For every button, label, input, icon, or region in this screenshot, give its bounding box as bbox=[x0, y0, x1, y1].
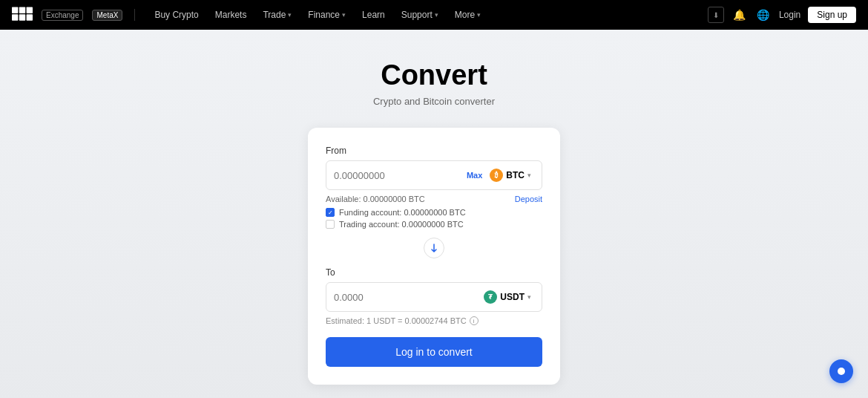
trading-account-option[interactable]: Trading account: 0.00000000 BTC bbox=[326, 220, 542, 229]
swap-icon bbox=[429, 243, 439, 253]
login-to-convert-button[interactable]: Log in to convert bbox=[326, 337, 542, 367]
page-title: Convert bbox=[381, 59, 487, 91]
usdt-icon: ₮ bbox=[484, 290, 497, 304]
convert-card: From Max ₿ BTC ▾ Available: 0.00000000 B… bbox=[308, 128, 560, 385]
exchange-badge[interactable]: Exchange bbox=[42, 10, 83, 21]
estimated-text: Estimated: 1 USDT = 0.00002744 BTC i bbox=[326, 316, 542, 325]
nav-more[interactable]: More ▾ bbox=[447, 7, 488, 23]
support-chevron-icon: ▾ bbox=[435, 11, 438, 19]
login-link[interactable]: Login bbox=[779, 10, 800, 20]
trading-account-text: Trading account: 0.00000000 BTC bbox=[339, 220, 464, 229]
svg-rect-5 bbox=[27, 14, 33, 20]
page-subtitle: Crypto and Bitcoin converter bbox=[373, 96, 495, 107]
navbar: Exchange MetaX Buy Crypto Markets Trade … bbox=[0, 0, 868, 30]
available-row: Available: 0.00000000 BTC Deposit bbox=[326, 195, 542, 203]
btc-icon: ₿ bbox=[490, 169, 503, 182]
globe-icon[interactable]: 🌐 bbox=[755, 7, 772, 23]
signup-button[interactable]: Sign up bbox=[808, 7, 856, 23]
logo-box[interactable] bbox=[12, 7, 33, 23]
bell-icon[interactable]: 🔔 bbox=[731, 7, 748, 23]
fab-icon bbox=[838, 368, 845, 375]
nav-right: ⬇ 🔔 🌐 Login Sign up bbox=[708, 7, 856, 23]
funding-account-option[interactable]: ✓ Funding account: 0.00000000 BTC bbox=[326, 208, 542, 217]
nav-learn[interactable]: Learn bbox=[355, 7, 392, 23]
from-input-row: Max ₿ BTC ▾ bbox=[326, 160, 542, 190]
funding-account-text: Funding account: 0.00000000 BTC bbox=[339, 208, 466, 217]
swap-button[interactable] bbox=[424, 238, 444, 258]
to-input[interactable] bbox=[334, 292, 476, 303]
deposit-link[interactable]: Deposit bbox=[515, 195, 542, 203]
svg-rect-1 bbox=[19, 7, 25, 13]
trade-chevron-icon: ▾ bbox=[288, 11, 292, 19]
nav-markets[interactable]: Markets bbox=[208, 7, 254, 23]
fab-button[interactable] bbox=[829, 359, 853, 383]
trading-checkbox[interactable] bbox=[326, 220, 335, 229]
account-options: ✓ Funding account: 0.00000000 BTC Tradin… bbox=[326, 208, 542, 229]
svg-rect-3 bbox=[12, 14, 18, 20]
info-icon[interactable]: i bbox=[470, 316, 479, 325]
usdt-chevron-icon: ▾ bbox=[527, 293, 531, 301]
nav-buy-crypto[interactable]: Buy Crypto bbox=[147, 7, 206, 23]
to-label: To bbox=[326, 267, 542, 278]
usdt-token-selector[interactable]: ₮ USDT ▾ bbox=[481, 289, 534, 305]
nav-links: Buy Crypto Markets Trade ▾ Finance ▾ Lea… bbox=[147, 7, 699, 23]
from-label: From bbox=[326, 146, 542, 156]
nav-trade[interactable]: Trade ▾ bbox=[255, 7, 299, 23]
download-icon[interactable]: ⬇ bbox=[708, 7, 724, 23]
to-input-row: ₮ USDT ▾ bbox=[326, 282, 542, 312]
nav-divider bbox=[134, 9, 135, 21]
nav-support[interactable]: Support ▾ bbox=[394, 7, 446, 23]
from-input[interactable] bbox=[334, 170, 462, 181]
more-chevron-icon: ▾ bbox=[477, 11, 481, 19]
usdt-token-name: USDT bbox=[500, 292, 525, 302]
svg-rect-0 bbox=[12, 7, 18, 13]
funding-checkbox[interactable]: ✓ bbox=[326, 208, 335, 217]
nav-icons: ⬇ 🔔 🌐 bbox=[708, 7, 772, 23]
max-button[interactable]: Max bbox=[467, 171, 482, 180]
btc-token-name: BTC bbox=[506, 170, 525, 180]
btc-token-selector[interactable]: ₿ BTC ▾ bbox=[487, 167, 534, 183]
svg-rect-2 bbox=[27, 7, 33, 13]
finance-chevron-icon: ▾ bbox=[342, 11, 346, 19]
available-text: Available: 0.00000000 BTC bbox=[326, 195, 425, 203]
nav-finance[interactable]: Finance ▾ bbox=[300, 7, 353, 23]
btc-chevron-icon: ▾ bbox=[527, 172, 531, 179]
svg-rect-4 bbox=[19, 14, 25, 20]
okx-logo-icon bbox=[12, 7, 33, 23]
swap-btn-row bbox=[326, 238, 542, 258]
main-content: Convert Crypto and Bitcoin converter Fro… bbox=[0, 30, 868, 398]
metax-badge[interactable]: MetaX bbox=[92, 10, 122, 21]
